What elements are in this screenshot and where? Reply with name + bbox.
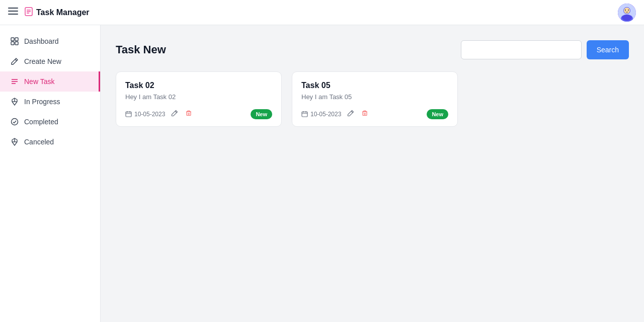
hamburger-icon[interactable] bbox=[8, 6, 18, 19]
task-date: 10-05-2023 bbox=[301, 111, 341, 118]
search-area: Search bbox=[461, 40, 629, 59]
sidebar-label-dashboard: Dashboard bbox=[24, 37, 59, 45]
main-content: Task New Search Task 02 Hey I am Task 02 bbox=[101, 25, 644, 322]
svg-point-24 bbox=[12, 119, 18, 125]
task-cards-grid: Task 02 Hey I am Task 02 10-05- bbox=[116, 71, 629, 127]
svg-point-11 bbox=[625, 10, 626, 11]
task-status-badge: New bbox=[427, 109, 448, 119]
svg-point-12 bbox=[628, 10, 629, 11]
svg-line-18 bbox=[15, 59, 17, 61]
app-header: Task Manager bbox=[0, 0, 644, 25]
svg-rect-15 bbox=[15, 38, 18, 41]
task-card-footer-left: 10-05-2023 bbox=[125, 109, 193, 119]
svg-rect-17 bbox=[15, 42, 18, 45]
edit-task-button[interactable] bbox=[346, 109, 355, 119]
svg-rect-33 bbox=[302, 112, 307, 117]
svg-point-13 bbox=[622, 15, 632, 21]
sidebar-item-completed[interactable]: Completed bbox=[0, 112, 100, 132]
new-task-icon bbox=[10, 77, 19, 86]
main-layout: Dashboard Create New New Task bbox=[0, 25, 644, 322]
user-avatar[interactable] bbox=[618, 4, 636, 22]
svg-point-10 bbox=[624, 8, 630, 14]
svg-rect-2 bbox=[8, 14, 18, 15]
svg-rect-38 bbox=[363, 112, 367, 116]
completed-icon bbox=[10, 118, 19, 126]
edit-task-button[interactable] bbox=[170, 109, 179, 119]
svg-rect-32 bbox=[187, 112, 191, 116]
calendar-icon bbox=[301, 111, 308, 117]
sidebar-item-in-progress[interactable]: In Progress bbox=[0, 92, 100, 112]
canceled-icon bbox=[10, 138, 19, 146]
delete-task-button[interactable] bbox=[184, 109, 193, 119]
svg-rect-27 bbox=[126, 112, 131, 117]
search-input[interactable] bbox=[461, 40, 582, 59]
sidebar-label-canceled: Canceled bbox=[24, 138, 54, 146]
task-card: Task 02 Hey I am Task 02 10-05- bbox=[116, 71, 282, 127]
search-button[interactable]: Search bbox=[587, 40, 629, 59]
task-card-title: Task 05 bbox=[301, 81, 448, 90]
task-card-description: Hey I am Task 02 bbox=[125, 93, 272, 101]
sidebar-label-in-progress: In Progress bbox=[24, 98, 60, 106]
sidebar: Dashboard Create New New Task bbox=[0, 25, 101, 322]
content-header: Task New Search bbox=[116, 40, 629, 59]
app-title-text: Task Manager bbox=[36, 8, 90, 17]
task-status-badge: New bbox=[251, 109, 272, 119]
svg-rect-16 bbox=[11, 42, 14, 45]
task-date-value: 10-05-2023 bbox=[134, 111, 165, 118]
sidebar-label-new-task: New Task bbox=[24, 77, 54, 86]
dashboard-icon bbox=[10, 37, 19, 45]
svg-line-31 bbox=[175, 111, 177, 113]
header-left: Task Manager bbox=[8, 6, 90, 19]
page-title: Task New bbox=[116, 43, 166, 56]
svg-rect-14 bbox=[11, 38, 14, 41]
create-icon bbox=[10, 57, 19, 65]
calendar-icon bbox=[125, 111, 132, 117]
sidebar-item-new-task[interactable]: New Task bbox=[0, 71, 100, 92]
svg-rect-1 bbox=[8, 11, 18, 12]
app-title-icon bbox=[24, 7, 33, 18]
task-card-description: Hey I am Task 05 bbox=[301, 93, 448, 101]
task-card-title: Task 02 bbox=[125, 81, 272, 90]
task-card: Task 05 Hey I am Task 05 10-05- bbox=[292, 71, 458, 127]
sidebar-item-canceled[interactable]: Canceled bbox=[0, 132, 100, 152]
task-date: 10-05-2023 bbox=[125, 111, 165, 118]
in-progress-icon bbox=[10, 98, 19, 106]
svg-line-37 bbox=[351, 111, 353, 113]
sidebar-label-create-new: Create New bbox=[24, 57, 61, 65]
app-title: Task Manager bbox=[24, 7, 90, 18]
task-card-footer-left: 10-05-2023 bbox=[301, 109, 369, 119]
sidebar-label-completed: Completed bbox=[24, 118, 58, 126]
task-date-value: 10-05-2023 bbox=[310, 111, 341, 118]
task-card-footer: 10-05-2023 New bbox=[301, 109, 448, 119]
sidebar-item-create-new[interactable]: Create New bbox=[0, 51, 100, 71]
sidebar-item-dashboard[interactable]: Dashboard bbox=[0, 31, 100, 51]
delete-task-button[interactable] bbox=[360, 109, 369, 119]
task-card-footer: 10-05-2023 New bbox=[125, 109, 272, 119]
svg-rect-0 bbox=[8, 8, 18, 9]
